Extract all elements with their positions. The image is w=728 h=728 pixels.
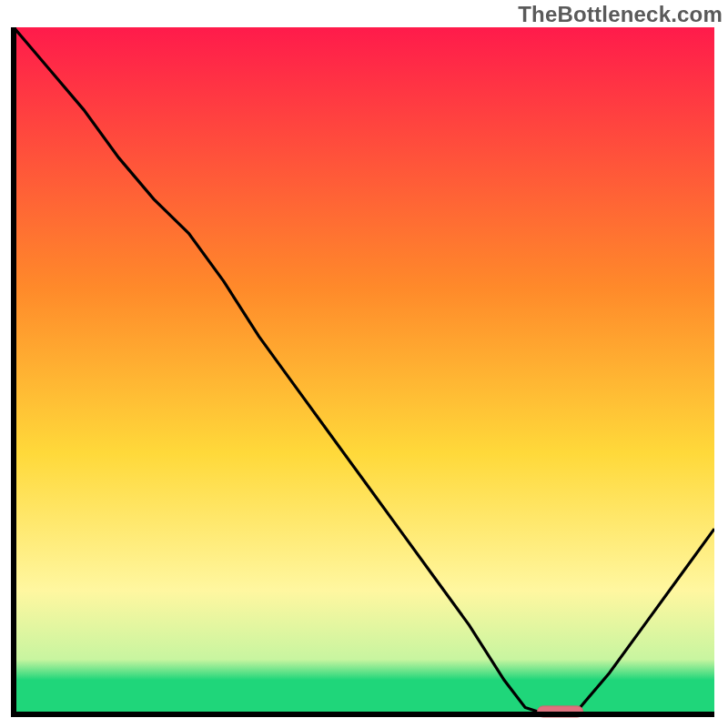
watermark-label: TheBottleneck.com xyxy=(518,2,723,27)
plot-background xyxy=(14,27,714,714)
chart-frame: TheBottleneck.com xyxy=(0,0,728,728)
bottleneck-chart xyxy=(0,0,728,728)
